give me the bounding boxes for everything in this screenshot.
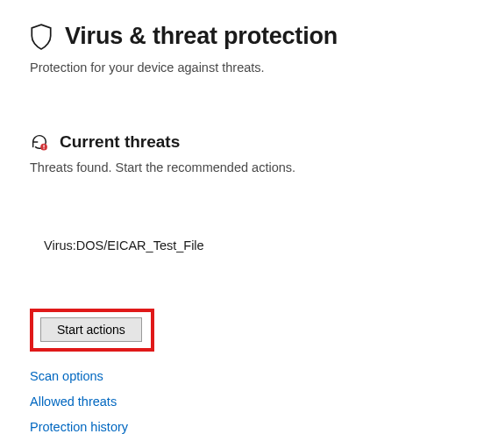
section-title: Current threats (60, 132, 180, 152)
section-header: Current threats (30, 132, 461, 152)
start-actions-button[interactable]: Start actions (40, 317, 142, 342)
history-alert-icon (30, 132, 49, 152)
actions: Start actions Scan options Allowed threa… (30, 309, 461, 434)
protection-history-link[interactable]: Protection history (30, 420, 461, 434)
page-title: Virus & threat protection (65, 23, 338, 50)
current-threats-section: Current threats Threats found. Start the… (30, 132, 461, 433)
highlight-box: Start actions (30, 309, 154, 352)
link-list: Scan options Allowed threats Protection … (30, 369, 461, 434)
threat-item: Virus:DOS/EICAR_Test_File (30, 238, 461, 252)
page-header: Virus & threat protection (30, 23, 461, 50)
page-subtitle: Protection for your device against threa… (30, 59, 461, 76)
allowed-threats-link[interactable]: Allowed threats (30, 395, 461, 409)
section-subtitle: Threats found. Start the recommended act… (30, 159, 461, 176)
shield-icon (30, 24, 53, 50)
scan-options-link[interactable]: Scan options (30, 369, 461, 383)
